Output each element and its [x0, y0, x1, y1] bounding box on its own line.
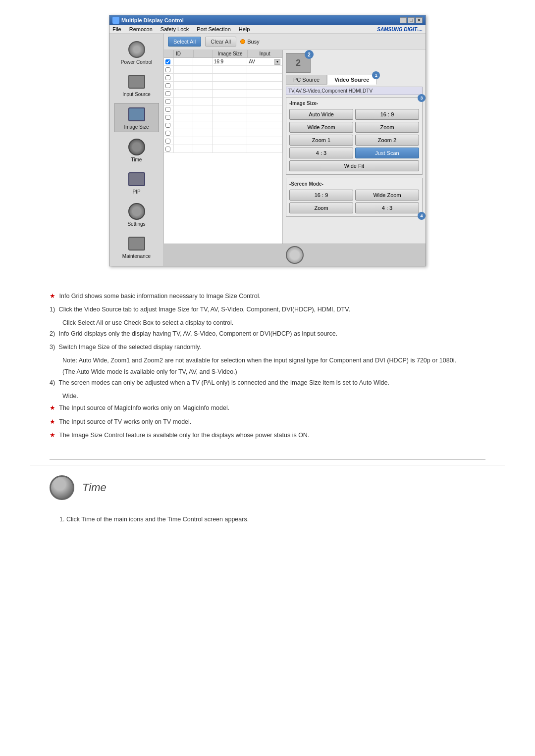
sidebar-item-time[interactable]: Time: [114, 136, 159, 164]
sidebar-item-maintenance[interactable]: Maintenance: [114, 233, 159, 261]
menu-remocon[interactable]: Remocon: [129, 26, 153, 32]
grid-header: ID Image Size Input: [164, 50, 282, 58]
screen-mode-title: -Screen Mode-: [289, 181, 419, 187]
menu-port-selection[interactable]: Port Selection: [197, 26, 230, 32]
note-4: 4) The screen modes can only be adjusted…: [50, 378, 485, 388]
btn-just-scan[interactable]: Just Scan: [355, 148, 419, 158]
image-size-title: -Image Size-: [289, 101, 419, 106]
btn-zoom-1[interactable]: Zoom 1: [289, 135, 353, 146]
table-row: [164, 90, 282, 98]
btn-sm-wide-zoom[interactable]: Wide Zoom: [355, 190, 419, 201]
row-checkbox[interactable]: [165, 75, 170, 80]
menu-safety-lock[interactable]: Safety Lock: [160, 26, 189, 32]
table-row: [164, 129, 282, 137]
btn-zoom[interactable]: Zoom: [355, 122, 419, 133]
pip-icon: [128, 172, 145, 186]
sidebar-label-settings: Settings: [127, 221, 145, 227]
btn-sm-4-3[interactable]: 4 : 3: [355, 202, 419, 213]
note-star-2: ★ The Input source of MagicInfo works on…: [50, 403, 485, 413]
window-title: Multiple Display Control: [121, 17, 184, 23]
row-checkbox[interactable]: [165, 67, 170, 72]
row-checkbox[interactable]: [165, 91, 170, 96]
app-icon: [112, 17, 119, 24]
btn-wide-zoom[interactable]: Wide Zoom: [289, 122, 353, 133]
row-checkbox[interactable]: [165, 83, 170, 88]
note-3-sub2: Note: Auto Wide, Zoom1 and Zoom2 are not…: [62, 356, 485, 365]
select-all-button[interactable]: Select All: [168, 37, 201, 47]
sidebar-item-settings[interactable]: Settings: [114, 201, 159, 229]
apply-button[interactable]: [286, 246, 304, 264]
screen-mode-section-wrapper: -Screen Mode- 16 : 9 Wide Zoom Zoom 4 : …: [286, 178, 423, 217]
note-number-4: 4): [50, 379, 55, 386]
row-checkbox[interactable]: [165, 139, 170, 144]
note-number-1: 1): [50, 306, 55, 313]
content-area: ID Image Size Input 16:9: [164, 50, 426, 244]
grid-col-id-header: ID: [174, 50, 194, 57]
sidebar-label-power: Power Control: [121, 59, 152, 65]
screen-mode-button-grid: 16 : 9 Wide Zoom Zoom 4 : 3: [289, 190, 419, 213]
circle-3-badge: 3: [418, 94, 426, 102]
circle-4-badge: 4: [418, 212, 426, 220]
sidebar-item-image-size[interactable]: Image Size: [114, 103, 159, 132]
row-checkbox[interactable]: [165, 147, 170, 151]
main-panel: Select All Clear All Busy ID: [164, 34, 426, 266]
row-checkbox[interactable]: [165, 123, 170, 128]
tab-video-source[interactable]: Video Source 1: [327, 75, 376, 85]
star-icon-4: ★: [50, 431, 55, 439]
sidebar-label-time: Time: [131, 157, 142, 162]
sidebar: Power Control Input Source Image Size: [109, 34, 164, 266]
clear-all-button[interactable]: Clear All: [205, 37, 236, 47]
menu-help[interactable]: Help: [239, 26, 250, 32]
settings-icon-wrapper: [127, 202, 147, 220]
input-source-icon: [128, 75, 145, 89]
btn-zoom-2[interactable]: Zoom 2: [355, 135, 419, 146]
btn-sm-16-9[interactable]: 16 : 9: [289, 190, 353, 201]
sidebar-label-pip: PIP: [132, 189, 140, 195]
row-checkbox-cell: [164, 58, 174, 65]
menubar: File Remocon Safety Lock Port Selection …: [109, 25, 426, 34]
number-2-area: 2 2: [286, 53, 311, 73]
note-2: 2) Info Grid displays only the display h…: [50, 329, 485, 339]
btn-sm-zoom[interactable]: Zoom: [289, 202, 353, 213]
btn-auto-wide[interactable]: Auto Wide: [289, 109, 353, 120]
note-star-1: ★ Info Grid shows some basic information…: [50, 291, 485, 301]
sidebar-label-image-size: Image Size: [124, 124, 149, 130]
maintenance-icon: [128, 237, 145, 251]
note-text-star-2: The Input source of MagicInfo works only…: [59, 404, 229, 411]
sidebar-label-input: Input Source: [122, 92, 151, 97]
title-bar-left: Multiple Display Control: [112, 17, 184, 24]
time-icon-wrapper: [127, 138, 147, 156]
power-icon: [128, 41, 145, 58]
toolbar: Select All Clear All Busy: [164, 34, 426, 50]
btn-wide-fit[interactable]: Wide Fit: [289, 160, 419, 171]
btn-16-9[interactable]: 16 : 9: [355, 109, 419, 120]
minimize-button[interactable]: _: [400, 17, 407, 23]
row-checkbox[interactable]: [165, 59, 170, 64]
row-id-cell: [174, 58, 193, 65]
maximize-button[interactable]: □: [408, 17, 415, 23]
row-checkbox[interactable]: [165, 131, 170, 136]
busy-indicator: Busy: [240, 39, 259, 45]
sidebar-item-power[interactable]: Power Control: [114, 39, 159, 67]
note-text-2: Info Grid displays only the display havi…: [59, 330, 338, 337]
input-dropdown-arrow[interactable]: ▼: [274, 59, 280, 65]
sidebar-label-maintenance: Maintenance: [122, 253, 151, 259]
close-button[interactable]: ✕: [416, 17, 423, 23]
table-row: [164, 137, 282, 145]
table-row: [164, 82, 282, 90]
notes-section: ★ Info Grid shows some basic information…: [30, 281, 505, 454]
note-star-3: ★ The Input source of TV works only on T…: [50, 417, 485, 427]
table-row: 16:9 AV ▼: [164, 58, 282, 66]
tab-pc-source[interactable]: PC Source: [286, 75, 327, 85]
grid-col-input-header: Input: [248, 50, 282, 57]
row-checkbox[interactable]: [165, 99, 170, 104]
row-checkbox[interactable]: [165, 107, 170, 112]
screen-mode-section: -Screen Mode- 16 : 9 Wide Zoom Zoom 4 : …: [286, 178, 423, 217]
btn-4-3[interactable]: 4 : 3: [289, 148, 353, 158]
note-star-4: ★ The Image Size Control feature is avai…: [50, 430, 485, 440]
sidebar-item-input[interactable]: Input Source: [114, 71, 159, 99]
sidebar-item-pip[interactable]: PIP: [114, 168, 159, 197]
row-checkbox[interactable]: [165, 115, 170, 120]
grid-col-imgsize-header: Image Size: [213, 50, 248, 57]
menu-file[interactable]: File: [112, 26, 121, 32]
